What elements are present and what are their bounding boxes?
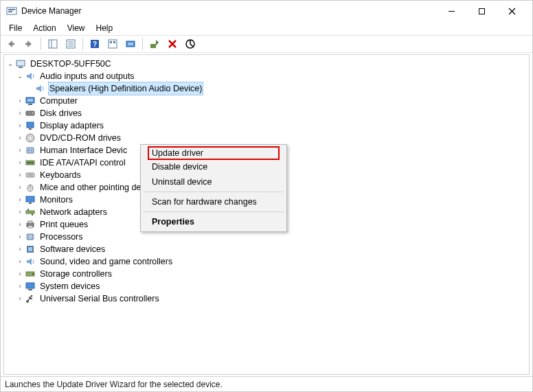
help-button[interactable]: ? bbox=[87, 36, 102, 51]
svg-rect-55 bbox=[28, 221, 32, 223]
svg-rect-30 bbox=[28, 104, 32, 105]
disk-icon bbox=[25, 108, 36, 119]
context-update-driver[interactable]: Update driver bbox=[148, 146, 280, 160]
expand-collapse-icon[interactable]: › bbox=[15, 157, 25, 169]
tree-node-label: DESKTOP-5UFF50C bbox=[29, 58, 113, 70]
expand-collapse-icon[interactable]: ⌄ bbox=[5, 58, 15, 70]
svg-rect-2 bbox=[8, 11, 12, 12]
app-icon bbox=[6, 5, 17, 16]
tree-node-label: Audio inputs and outputs bbox=[38, 70, 136, 82]
svg-rect-52 bbox=[27, 209, 29, 211]
menu-view[interactable]: View bbox=[62, 22, 91, 34]
expand-collapse-icon[interactable]: › bbox=[15, 255, 25, 268]
tree-category-audio[interactable]: ·⌄Audio inputs and outputs bbox=[5, 70, 528, 82]
svg-rect-18 bbox=[110, 41, 112, 43]
menu-file[interactable]: File bbox=[3, 22, 27, 34]
expand-collapse-icon[interactable]: › bbox=[15, 95, 25, 107]
tree-category[interactable]: ·›Processors bbox=[5, 231, 528, 243]
tree-category[interactable]: ·›System devices bbox=[5, 280, 528, 292]
svg-rect-37 bbox=[27, 148, 34, 153]
svg-rect-49 bbox=[26, 196, 34, 202]
context-scan-hardware[interactable]: Scan for hardware changes bbox=[142, 194, 285, 209]
context-uninstall-device[interactable]: Uninstall device bbox=[142, 174, 285, 189]
expand-collapse-icon[interactable]: › bbox=[15, 231, 25, 243]
tree-root[interactable]: ⌄DESKTOP-5UFF50C bbox=[5, 58, 528, 70]
maximize-button[interactable] bbox=[466, 1, 497, 21]
expand-collapse-icon[interactable]: › bbox=[15, 144, 25, 157]
computer-icon bbox=[25, 95, 36, 106]
forward-button[interactable] bbox=[21, 36, 36, 51]
svg-rect-56 bbox=[28, 226, 32, 228]
context-separator bbox=[144, 192, 284, 192]
svg-rect-67 bbox=[28, 289, 32, 290]
expand-collapse-icon[interactable]: › bbox=[15, 206, 25, 218]
context-menu: Update driver Disable device Uninstall d… bbox=[140, 144, 287, 232]
expand-collapse-icon[interactable]: › bbox=[15, 243, 25, 255]
tree-category[interactable]: ·›DVD/CD-ROM drives bbox=[5, 132, 528, 144]
svg-rect-26 bbox=[16, 60, 25, 66]
menu-help[interactable]: Help bbox=[91, 22, 119, 34]
context-disable-device[interactable]: Disable device bbox=[142, 159, 285, 174]
uninstall-button[interactable] bbox=[165, 36, 180, 51]
tree-node-label: Print queues bbox=[38, 218, 89, 231]
tree-category[interactable]: ·›Software devices bbox=[5, 243, 528, 255]
update-driver-button[interactable] bbox=[147, 36, 162, 51]
tree-category[interactable]: ·›Storage controllers bbox=[5, 268, 528, 280]
svg-rect-1 bbox=[8, 9, 15, 10]
expand-collapse-icon[interactable]: › bbox=[15, 268, 25, 280]
back-button[interactable] bbox=[3, 36, 19, 51]
expand-collapse-icon[interactable]: › bbox=[15, 181, 25, 194]
expand-collapse-icon[interactable]: › bbox=[15, 107, 25, 119]
display-icon bbox=[25, 120, 36, 131]
expand-collapse-icon[interactable]: › bbox=[15, 292, 25, 305]
svg-rect-50 bbox=[29, 203, 32, 204]
svg-rect-29 bbox=[27, 99, 33, 102]
svg-rect-66 bbox=[26, 283, 34, 288]
svg-rect-33 bbox=[27, 122, 34, 128]
close-button[interactable] bbox=[497, 1, 527, 21]
context-separator bbox=[144, 211, 284, 212]
software-icon bbox=[25, 244, 36, 255]
expand-collapse-icon[interactable]: › bbox=[15, 218, 25, 231]
svg-rect-43 bbox=[32, 162, 33, 163]
scan-button[interactable] bbox=[123, 36, 138, 51]
tree-device-speakers[interactable]: ···Speakers (High Definition Audio Devic… bbox=[5, 82, 528, 95]
svg-rect-41 bbox=[27, 162, 29, 163]
statusbar: Launches the Update Driver Wizard for th… bbox=[1, 376, 532, 391]
properties-button[interactable] bbox=[63, 36, 78, 51]
expand-collapse-icon[interactable]: › bbox=[15, 169, 25, 181]
svg-rect-8 bbox=[25, 43, 28, 45]
expand-collapse-icon[interactable]: ⌄ bbox=[15, 70, 25, 82]
sound-icon bbox=[25, 256, 36, 267]
svg-rect-44 bbox=[26, 173, 34, 177]
svg-point-69 bbox=[31, 295, 33, 297]
tree-category[interactable]: ·›Disk drives bbox=[5, 107, 528, 119]
storage-icon bbox=[25, 268, 36, 279]
tree-node-label: Keyboards bbox=[38, 169, 82, 181]
menu-action[interactable]: Action bbox=[27, 22, 61, 34]
audio-icon bbox=[25, 71, 36, 82]
tree-category[interactable]: ·›Universal Serial Bus controllers bbox=[5, 292, 528, 305]
device-tree[interactable]: ⌄DESKTOP-5UFF50C·⌄Audio inputs and outpu… bbox=[3, 54, 530, 375]
expand-collapse-icon[interactable]: › bbox=[15, 119, 25, 132]
svg-rect-27 bbox=[19, 67, 23, 68]
tree-category[interactable]: ·›Display adapters bbox=[5, 119, 528, 132]
network-icon bbox=[25, 207, 36, 218]
expand-collapse-icon[interactable]: › bbox=[15, 194, 25, 206]
context-properties[interactable]: Properties bbox=[142, 214, 285, 229]
tree-category[interactable]: ·›Computer bbox=[5, 95, 528, 107]
ide-icon bbox=[25, 157, 36, 168]
tree-category[interactable]: ·›Sound, video and game controllers bbox=[5, 255, 528, 268]
svg-point-36 bbox=[30, 137, 32, 139]
mouse-icon bbox=[25, 182, 36, 193]
expand-collapse-icon[interactable]: › bbox=[15, 280, 25, 292]
view-button[interactable] bbox=[105, 36, 120, 51]
show-hide-tree-button[interactable] bbox=[45, 36, 60, 51]
status-text: Launches the Update Driver Wizard for th… bbox=[5, 380, 223, 389]
dvd-icon bbox=[25, 132, 36, 143]
minimize-button[interactable] bbox=[436, 1, 466, 21]
svg-point-32 bbox=[32, 113, 34, 114]
disable-button[interactable] bbox=[183, 36, 198, 51]
tree-node-label: Display adapters bbox=[38, 119, 105, 132]
expand-collapse-icon[interactable]: › bbox=[15, 132, 25, 144]
